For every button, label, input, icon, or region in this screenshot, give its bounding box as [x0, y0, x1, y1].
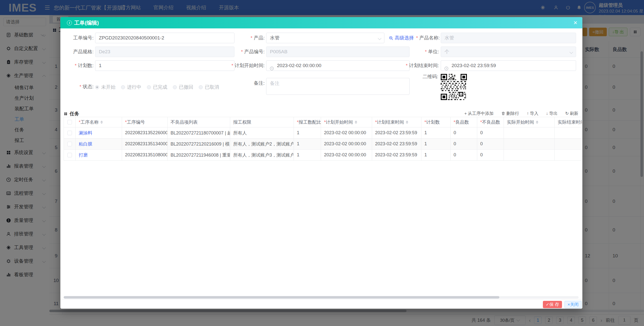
chevron-down-icon [378, 36, 381, 40]
remark-label: 备注: [214, 78, 265, 88]
save-button[interactable]: ✓保 存 [543, 301, 562, 308]
col-process-name[interactable]: 工序名称 [76, 117, 122, 127]
process-name-link[interactable]: 涮涂料 [79, 130, 92, 136]
refresh-button[interactable]: ↻刷新 [565, 111, 578, 116]
radio-icon [199, 85, 203, 89]
info-icon: i [67, 20, 72, 25]
sort-icons[interactable] [536, 119, 538, 125]
chevron-down-icon [570, 50, 573, 54]
modal-footer: ✓保 存 ×关闭 [60, 299, 582, 309]
plan-end-input[interactable]: 2023-02-02 23:59:59 [441, 60, 576, 71]
export-button[interactable]: ↓导出 [546, 111, 558, 116]
process-name-link[interactable]: 粘白膜 [79, 141, 92, 147]
col-report-ratio[interactable]: 报工数配比 [294, 117, 321, 127]
refresh-icon: ↻ [565, 111, 569, 116]
unit-select: 个 [441, 46, 576, 57]
order-no-input[interactable] [95, 33, 234, 43]
radio-icon [173, 85, 177, 89]
check-icon: ✓ [546, 302, 549, 307]
col-actual-end[interactable]: 实际结束时间 [555, 117, 582, 127]
task-row: 涮涂料 202208231352260005 BL202207272118070… [64, 127, 582, 138]
import-button[interactable]: ↑导入 [527, 111, 539, 116]
col-report-perms[interactable]: 报工权限 [230, 117, 294, 127]
col-process-code[interactable]: 工序编号 [122, 117, 168, 127]
trash-icon [501, 111, 505, 116]
grid-icon [64, 112, 68, 116]
product-label: 产品: [214, 33, 265, 43]
task-row: 打磨 202208231351080003 BL2022072721194600… [64, 150, 582, 161]
add-from-process-button[interactable]: +从工序中添加 [464, 111, 494, 116]
status-radio-group: 未开始 进行中 已完成 已撤回 已取消 [95, 84, 219, 90]
process-name-link[interactable]: 打磨 [79, 152, 88, 158]
product-select[interactable]: 水管 [266, 33, 384, 43]
product-name-input: 水管 [441, 33, 576, 43]
status-label: 状态: [60, 81, 94, 92]
delete-row-button[interactable]: 删除行 [501, 111, 519, 116]
clock-icon [444, 63, 449, 73]
download-icon: ↓ [546, 111, 548, 116]
plan-start-label: 计划开始时间: [214, 60, 265, 71]
col-plan-start[interactable]: 计划开始时间 [321, 117, 372, 127]
advanced-select-link[interactable]: 高级选择 [389, 33, 414, 43]
radio-not-started: 未开始 [95, 84, 115, 90]
tasks-table: 工序名称 工序编号 不良品项列表 报工权限 报工数配比 计划开始时间 计划结束时… [64, 117, 582, 161]
radio-icon [121, 85, 125, 89]
product-no-label: 产品编号: [214, 46, 265, 57]
clock-icon [269, 63, 274, 73]
col-actual-start[interactable]: 实际开始时间 [504, 117, 555, 127]
plan-qty-input[interactable] [95, 60, 234, 71]
close-icon: × [568, 302, 570, 307]
close-icon[interactable]: × [574, 19, 577, 27]
modal-horizontal-scrollbar[interactable] [64, 296, 579, 299]
modal-header: i 工单(编辑) × [60, 17, 582, 28]
product-name-label: 产品名称: [411, 33, 440, 43]
tasks-table-header: 工序名称 工序编号 不良品项列表 报工权限 报工数配比 计划开始时间 计划结束时… [64, 117, 582, 127]
col-bad-qty[interactable]: 不良品数 [477, 117, 504, 127]
modal-title: i 工单(编辑) [67, 17, 99, 28]
col-plan-qty[interactable]: 计划数 [421, 117, 451, 127]
select-all-checkbox[interactable] [67, 120, 72, 124]
qrcode-image [441, 74, 467, 100]
spec-label: 产品规格: [60, 46, 94, 57]
order-no-label: 工单编号: [60, 33, 94, 43]
remark-textarea[interactable]: 备注 [266, 78, 410, 95]
tasks-section-title: 任务 [64, 111, 79, 117]
radio-in-progress: 进行中 [121, 84, 141, 90]
radio-completed: 已完成 [147, 84, 167, 90]
col-defect-list[interactable]: 不良品项列表 [168, 117, 230, 127]
imes-app: IMES 您的新一代工厂管家【开源版】 官方网站 官网介绍 视频介绍 开源版本 … [0, 0, 644, 326]
row-checkbox[interactable] [67, 153, 72, 157]
sort-icons[interactable] [355, 119, 357, 125]
col-good-qty[interactable]: 良品数 [451, 117, 477, 127]
zoom-in-icon [389, 36, 393, 40]
plan-start-input[interactable]: 2023-02-02 00:00:00 [266, 60, 410, 71]
row-checkbox[interactable] [67, 142, 72, 146]
plus-icon: + [464, 111, 467, 116]
unit-label: 单位: [389, 46, 439, 57]
task-row: 粘白膜 202208231351340004 BL202207272120216… [64, 138, 582, 150]
row-checkbox[interactable] [67, 131, 72, 135]
radio-icon [95, 85, 99, 89]
upload-icon: ↑ [527, 111, 529, 116]
qrcode-label: 二维码: [389, 71, 438, 82]
sort-icons[interactable] [406, 119, 408, 125]
col-plan-end[interactable]: 计划结束时间 [372, 117, 421, 127]
spec-input: De23 [95, 46, 234, 57]
product-no-input: P005AB [266, 46, 410, 57]
plan-end-label: 计划结束时间: [389, 60, 439, 71]
tasks-toolbar: +从工序中添加 删除行 ↑导入 ↓导出 ↻刷新 [464, 111, 578, 116]
radio-revoked: 已撤回 [173, 84, 193, 90]
radio-icon [147, 85, 151, 89]
plan-qty-label: 计划数: [60, 60, 94, 71]
sort-icons[interactable] [100, 119, 103, 125]
close-button[interactable]: ×关闭 [565, 301, 582, 308]
work-order-edit-modal: i 工单(编辑) × 工单编号: 产品: 水管 高级选择 产品名称: 水管 产品… [60, 17, 582, 309]
